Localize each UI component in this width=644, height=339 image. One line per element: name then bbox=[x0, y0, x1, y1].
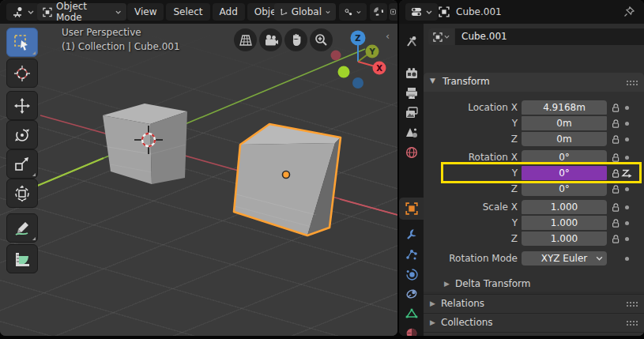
camera-icon bbox=[264, 34, 278, 47]
tool-annotate[interactable] bbox=[6, 213, 38, 243]
scale-x-field[interactable]: 1.000 bbox=[522, 200, 607, 214]
snap-toggle-button[interactable] bbox=[370, 3, 387, 21]
tab-constraints[interactable] bbox=[399, 284, 424, 303]
tool-scale[interactable] bbox=[6, 149, 38, 179]
object-browse-button[interactable] bbox=[428, 28, 454, 45]
world-tab-icon bbox=[405, 146, 418, 159]
toggle-perspective-button[interactable] bbox=[234, 28, 257, 51]
animate-decorator-dot[interactable] bbox=[625, 187, 629, 191]
driver-decorator-icon[interactable] bbox=[621, 168, 633, 179]
x-axis-bright-segment bbox=[340, 199, 397, 215]
select-box-icon bbox=[13, 34, 31, 51]
object-name-field[interactable]: Cube.001 bbox=[455, 28, 644, 45]
tab-physics[interactable] bbox=[399, 264, 424, 284]
collections-panel[interactable]: ▶ Collections bbox=[424, 313, 644, 332]
chevron-down-icon bbox=[356, 10, 361, 14]
tab-tool[interactable] bbox=[399, 32, 424, 51]
rotation-mode-row: Rotation Mode XYZ Euler bbox=[424, 251, 644, 266]
menu-view[interactable]: View bbox=[127, 3, 164, 21]
snap-target-dropdown[interactable] bbox=[339, 3, 367, 21]
properties-editor-type-button[interactable] bbox=[405, 3, 438, 21]
tab-object-data[interactable] bbox=[399, 303, 424, 323]
camera-view-button[interactable] bbox=[259, 28, 282, 51]
proportional-editing-icon bbox=[390, 6, 396, 17]
cube-unselected[interactable] bbox=[103, 104, 187, 184]
cube-selected[interactable] bbox=[234, 124, 341, 235]
physics-tab-icon bbox=[405, 268, 418, 281]
location-x-field[interactable]: 4.9168m bbox=[522, 100, 607, 115]
location-y-row: Y 0m bbox=[424, 116, 644, 130]
tool-measure[interactable] bbox=[6, 244, 38, 273]
rotation-y-label: Y bbox=[424, 166, 518, 180]
tab-object[interactable] bbox=[399, 198, 424, 220]
tab-modifiers[interactable] bbox=[399, 224, 424, 244]
menu-select[interactable]: Select bbox=[166, 3, 209, 21]
animate-decorator-dot[interactable] bbox=[625, 106, 629, 110]
animate-decorator-dot[interactable] bbox=[625, 137, 629, 141]
lock-icon[interactable] bbox=[611, 134, 621, 145]
relations-panel[interactable]: ▶ Relations bbox=[424, 294, 644, 313]
tool-cursor[interactable] bbox=[6, 58, 38, 88]
annotate-pen-icon bbox=[13, 220, 31, 237]
animate-decorator-dot[interactable] bbox=[625, 237, 629, 241]
panel-drag-grip[interactable] bbox=[626, 301, 638, 307]
scale-z-label: Z bbox=[424, 232, 518, 246]
animate-decorator-dot[interactable] bbox=[625, 257, 629, 261]
tool-rotate[interactable] bbox=[6, 120, 38, 149]
material-tab-icon bbox=[405, 327, 418, 337]
scale-z-row: Z 1.000 bbox=[424, 232, 644, 246]
tab-output[interactable] bbox=[399, 83, 424, 103]
gizmo-y-label: Y bbox=[368, 47, 375, 56]
rotation-z-field[interactable]: 0° bbox=[522, 182, 607, 196]
tab-material[interactable] bbox=[399, 323, 424, 336]
transform-panel-header[interactable]: ▼ Transform bbox=[424, 73, 644, 92]
tab-particles[interactable] bbox=[399, 244, 424, 264]
object-mode-icon bbox=[43, 7, 52, 17]
tab-render[interactable] bbox=[399, 63, 424, 83]
panel-drag-grip[interactable] bbox=[626, 80, 638, 86]
menu-add[interactable]: Add bbox=[213, 3, 245, 21]
3d-viewport[interactable]: User Perspective (1) Collection | Cube.0… bbox=[0, 0, 397, 336]
location-y-label: Y bbox=[424, 116, 518, 130]
location-y-field[interactable]: 0m bbox=[522, 116, 607, 130]
rotation-mode-dropdown[interactable]: XYZ Euler bbox=[522, 251, 607, 266]
scene-tab-icon bbox=[405, 126, 418, 139]
mode-dropdown[interactable]: Object Mode bbox=[37, 3, 126, 21]
panel-drag-grip[interactable] bbox=[626, 320, 638, 326]
lock-icon[interactable] bbox=[611, 119, 621, 129]
lock-icon[interactable] bbox=[611, 202, 621, 213]
tool-move[interactable] bbox=[6, 91, 38, 120]
lock-icon[interactable] bbox=[611, 168, 621, 179]
pin-icon[interactable] bbox=[623, 6, 635, 17]
tool-transform[interactable] bbox=[6, 179, 38, 208]
sidebar-collapse-arrow[interactable]: ‹ bbox=[386, 30, 390, 42]
lock-icon[interactable] bbox=[611, 234, 621, 244]
tab-view-layer[interactable] bbox=[399, 103, 424, 122]
animate-decorator-dot[interactable] bbox=[625, 205, 629, 209]
scale-z-field[interactable]: 1.000 bbox=[522, 232, 607, 246]
editor-type-button[interactable] bbox=[6, 3, 40, 21]
delta-transform-panel[interactable]: ▶ Delta Transform bbox=[424, 275, 644, 291]
rotation-y-field-driver[interactable]: 0° bbox=[522, 166, 607, 180]
lock-icon[interactable] bbox=[611, 184, 621, 194]
tab-world[interactable] bbox=[399, 142, 424, 162]
animate-decorator-dot[interactable] bbox=[625, 122, 629, 126]
pan-view-button[interactable] bbox=[284, 28, 307, 51]
gizmo-neg-x-ball[interactable] bbox=[331, 51, 341, 61]
object-origin-dot bbox=[283, 171, 290, 179]
lock-icon[interactable] bbox=[611, 103, 621, 113]
animate-decorator-dot[interactable] bbox=[625, 156, 629, 160]
proportional-editing-button[interactable] bbox=[389, 3, 397, 21]
tab-scene[interactable] bbox=[399, 122, 424, 142]
orientation-label: Global bbox=[292, 6, 322, 17]
gizmo-neg-y-ball[interactable] bbox=[338, 66, 350, 78]
scale-y-field[interactable]: 1.000 bbox=[522, 216, 607, 230]
transform-orientation-dropdown[interactable]: Global bbox=[274, 3, 336, 21]
animate-decorator-dot[interactable] bbox=[625, 221, 629, 225]
lock-icon[interactable] bbox=[611, 218, 621, 228]
properties-tab-strip bbox=[399, 24, 424, 336]
tool-select-box[interactable] bbox=[6, 28, 38, 57]
window-bottom-edge bbox=[0, 336, 644, 339]
location-z-field[interactable]: 0m bbox=[522, 132, 607, 146]
gizmo-neg-z-ball[interactable] bbox=[352, 77, 363, 89]
